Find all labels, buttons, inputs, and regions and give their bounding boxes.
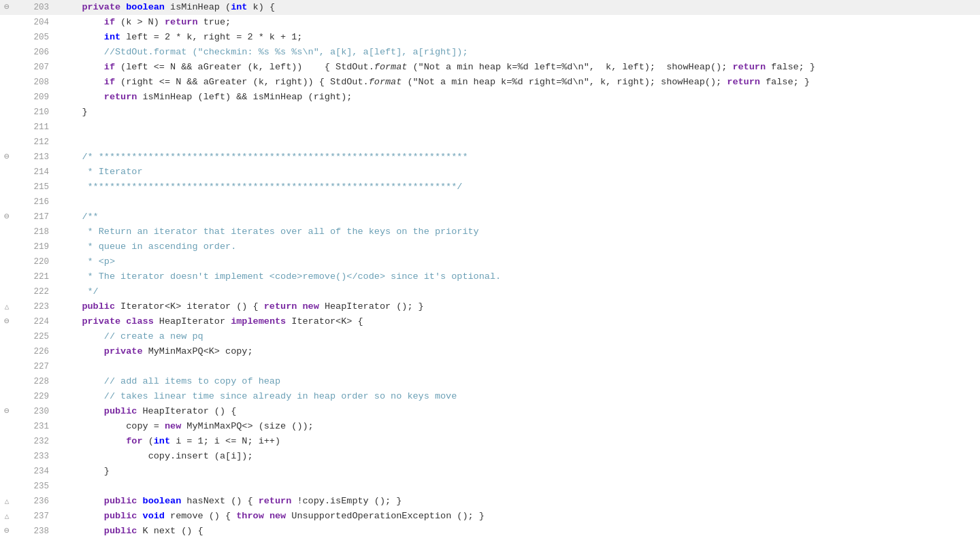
line-number: 238: [33, 524, 49, 539]
code-line: 232 for (int i = 1; i <= N; i++): [0, 434, 980, 449]
line-gutter: 214: [0, 165, 54, 180]
line-number: 218: [33, 224, 49, 239]
token: K next () {: [137, 526, 203, 536]
token: return: [165, 17, 198, 27]
code-content: public boolean hasNext () { return !copy…: [54, 494, 980, 509]
line-number: 212: [33, 135, 49, 150]
code-line: 229 // takes linear time since already i…: [0, 389, 980, 404]
line-gutter: 206: [0, 45, 54, 60]
fold-icon-triangle[interactable]: △: [3, 303, 11, 311]
fold-icon-minus[interactable]: ⊖: [3, 3, 11, 12]
token: new: [165, 421, 181, 431]
line-gutter: 216: [0, 195, 54, 210]
token: [60, 47, 104, 57]
line-number: 208: [33, 75, 49, 90]
code-line: 206 //StdOut.format ("checkmin: %s %s %s…: [0, 45, 980, 60]
line-number: 223: [33, 299, 49, 314]
token: Iterator<K> iterator () {: [115, 301, 264, 312]
token: return: [727, 77, 760, 87]
line-number: 235: [33, 479, 49, 494]
token: }: [60, 466, 110, 476]
token: [60, 316, 82, 327]
token: return: [104, 92, 137, 102]
fold-icon-triangle[interactable]: △: [3, 497, 11, 505]
token: // takes linear time since already in he…: [104, 391, 457, 401]
token: [137, 511, 142, 521]
code-content: * Return an iterator that iterates over …: [54, 224, 980, 239]
code-line: 207 if (left <= N && aGreater (k, left))…: [0, 60, 980, 75]
token: /* *************************************…: [82, 152, 468, 162]
fold-icon-triangle[interactable]: △: [3, 512, 11, 520]
line-gutter: 222: [0, 284, 54, 299]
line-gutter: 207: [0, 60, 54, 75]
token: (k > N): [115, 17, 165, 27]
code-line: ⊖238 public K next () {: [0, 524, 980, 539]
token: [60, 511, 104, 521]
token: hasNext () {: [181, 496, 258, 506]
token: false; }: [760, 77, 810, 87]
code-line: 234 }: [0, 464, 980, 479]
code-line: 218 * Return an iterator that iterates o…: [0, 224, 980, 239]
token: //StdOut.format ("checkmin: %s %s %s\n",…: [104, 47, 468, 57]
fold-icon-minus[interactable]: ⊖: [3, 318, 11, 326]
token: */: [88, 286, 99, 297]
line-number: 228: [33, 374, 49, 389]
code-line: △237 public void remove () { throw new U…: [0, 509, 980, 524]
token: int: [154, 436, 170, 446]
code-content: if (right <= N && aGreater (k, right)) {…: [54, 75, 980, 90]
token: // add all items to copy of heap: [104, 376, 280, 386]
line-number: 205: [33, 30, 49, 45]
code-content: copy.insert (a[i]);: [54, 449, 980, 464]
code-line: 222 */: [0, 284, 980, 299]
code-line: 227: [0, 359, 980, 374]
token: Iterator<K> {: [286, 316, 363, 327]
token: return: [732, 62, 766, 72]
token: [60, 77, 104, 87]
token: [60, 17, 104, 27]
line-gutter: 225: [0, 329, 54, 344]
code-line: 212: [0, 135, 980, 150]
token: (: [143, 436, 154, 446]
fold-icon-minus[interactable]: ⊖: [3, 153, 11, 161]
token: copy =: [126, 421, 165, 431]
code-line: 210 }: [0, 105, 980, 120]
line-gutter: ⊖217: [0, 210, 54, 224]
token: [60, 451, 148, 461]
line-gutter: 208: [0, 75, 54, 90]
token: [60, 241, 88, 252]
token: for: [126, 436, 142, 446]
line-gutter: △223: [0, 299, 54, 314]
token: * Return an iterator that iterates over …: [88, 227, 479, 237]
line-number: 229: [33, 389, 49, 404]
line-number: 225: [33, 329, 49, 344]
token: [60, 301, 82, 312]
token: [60, 526, 104, 536]
code-line: 209 return isMinHeap (left) && isMinHeap…: [0, 90, 980, 105]
token: (left <= N && aGreater (k, left)) { StdO…: [115, 62, 374, 72]
token: * <p>: [88, 256, 116, 267]
code-line: 215 ************************************…: [0, 180, 980, 195]
token: [60, 376, 104, 386]
code-content: * The iterator doesn't implement <code>r…: [54, 269, 980, 284]
code-line: 220 * <p>: [0, 254, 980, 269]
line-gutter: 212: [0, 135, 54, 150]
fold-icon-minus[interactable]: ⊖: [3, 407, 11, 416]
token: isMinHeap (: [165, 2, 231, 12]
code-line: △236 public boolean hasNext () { return …: [0, 494, 980, 509]
token: remove () {: [165, 511, 236, 521]
line-number: 221: [33, 269, 49, 284]
token: [60, 436, 126, 446]
token: [60, 331, 104, 341]
token: [60, 391, 104, 401]
fold-icon-minus[interactable]: ⊖: [3, 213, 11, 221]
token: [60, 32, 104, 42]
line-number: 217: [33, 210, 49, 224]
code-content: }: [54, 105, 980, 120]
token: [60, 256, 88, 267]
fold-icon-minus[interactable]: ⊖: [3, 527, 11, 535]
code-line: 211: [0, 120, 980, 135]
line-gutter: 235: [0, 479, 54, 494]
token: int: [231, 2, 247, 12]
code-content: if (left <= N && aGreater (k, left)) { S…: [54, 60, 980, 75]
token: /**: [82, 212, 98, 222]
